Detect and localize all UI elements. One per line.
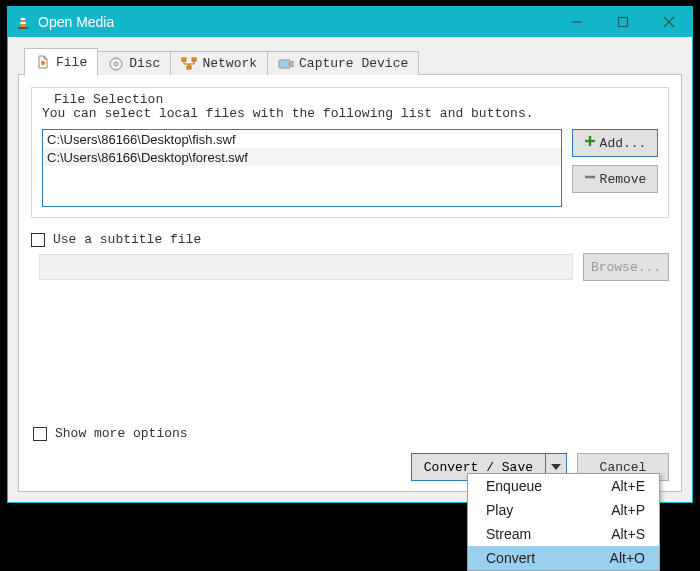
menu-item-enqueue[interactable]: Enqueue Alt+E [468, 474, 659, 498]
svg-rect-3 [18, 27, 28, 29]
browse-label: Browse... [591, 260, 661, 275]
tab-page-file: File Selection You can select local file… [18, 74, 682, 492]
tab-network[interactable]: Network [170, 51, 268, 75]
tab-file[interactable]: File [24, 48, 98, 76]
window-title: Open Media [38, 14, 554, 30]
svg-marker-0 [20, 15, 26, 27]
tab-capture-device[interactable]: Capture Device [267, 51, 419, 75]
tab-strip: File Disc Network Capture Device [24, 47, 682, 75]
tab-label: Network [202, 56, 257, 71]
list-item[interactable]: C:\Users\86166\Desktop\fish.swf [43, 130, 561, 148]
menu-item-convert[interactable]: Convert Alt+O [468, 546, 659, 570]
svg-rect-11 [182, 58, 186, 61]
tab-disc[interactable]: Disc [97, 51, 171, 75]
remove-label: Remove [600, 172, 647, 187]
subtitle-path-input [39, 254, 573, 280]
file-selection-group: File Selection You can select local file… [31, 87, 669, 218]
svg-rect-5 [619, 18, 628, 27]
subtitle-checkbox[interactable] [31, 233, 45, 247]
menu-item-label: Convert [486, 550, 610, 566]
menu-item-stream[interactable]: Stream Alt+S [468, 522, 659, 546]
vlc-icon [8, 14, 38, 30]
file-icon [35, 54, 51, 70]
svg-point-8 [41, 61, 45, 65]
file-selection-legend: File Selection [50, 92, 167, 107]
menu-item-play[interactable]: Play Alt+P [468, 498, 659, 522]
convert-save-menu: Enqueue Alt+E Play Alt+P Stream Alt+S Co… [467, 473, 660, 571]
plus-icon [584, 135, 596, 151]
titlebar[interactable]: Open Media [8, 7, 692, 37]
chevron-down-icon [551, 464, 561, 470]
minimize-button[interactable] [554, 7, 600, 37]
network-icon [181, 56, 197, 72]
svg-rect-1 [21, 18, 25, 20]
svg-rect-15 [280, 61, 289, 67]
svg-point-10 [115, 62, 118, 65]
maximize-button[interactable] [600, 7, 646, 37]
menu-item-shortcut: Alt+E [611, 478, 645, 494]
menu-item-shortcut: Alt+P [611, 502, 645, 518]
minus-icon [584, 171, 596, 187]
list-item[interactable]: C:\Users\86166\Desktop\forest.swf [43, 148, 561, 166]
more-options-checkbox[interactable] [33, 427, 47, 441]
menu-item-shortcut: Alt+O [610, 550, 645, 566]
menu-item-shortcut: Alt+S [611, 526, 645, 542]
svg-marker-19 [551, 464, 561, 470]
more-options-label: Show more options [55, 426, 188, 441]
menu-item-label: Enqueue [486, 478, 611, 494]
window-controls [554, 7, 692, 37]
add-label: Add... [600, 136, 647, 151]
svg-rect-13 [187, 66, 191, 69]
add-button[interactable]: Add... [572, 129, 658, 157]
browse-button: Browse... [583, 253, 669, 281]
tab-label: Capture Device [299, 56, 408, 71]
client-area: File Disc Network Capture Device [8, 37, 692, 502]
capture-icon [278, 56, 294, 72]
close-button[interactable] [646, 7, 692, 37]
open-media-window: Open Media File [7, 6, 693, 503]
svg-rect-2 [20, 22, 26, 24]
subtitle-checkbox-label: Use a subtitle file [53, 232, 201, 247]
menu-item-label: Stream [486, 526, 611, 542]
tab-label: File [56, 55, 87, 70]
menu-item-label: Play [486, 502, 611, 518]
disc-icon [108, 56, 124, 72]
tab-label: Disc [129, 56, 160, 71]
svg-rect-12 [192, 58, 196, 61]
remove-button[interactable]: Remove [572, 165, 658, 193]
file-list[interactable]: C:\Users\86166\Desktop\fish.swf C:\Users… [42, 129, 562, 207]
file-selection-instruction: You can select local files with the foll… [42, 106, 658, 121]
